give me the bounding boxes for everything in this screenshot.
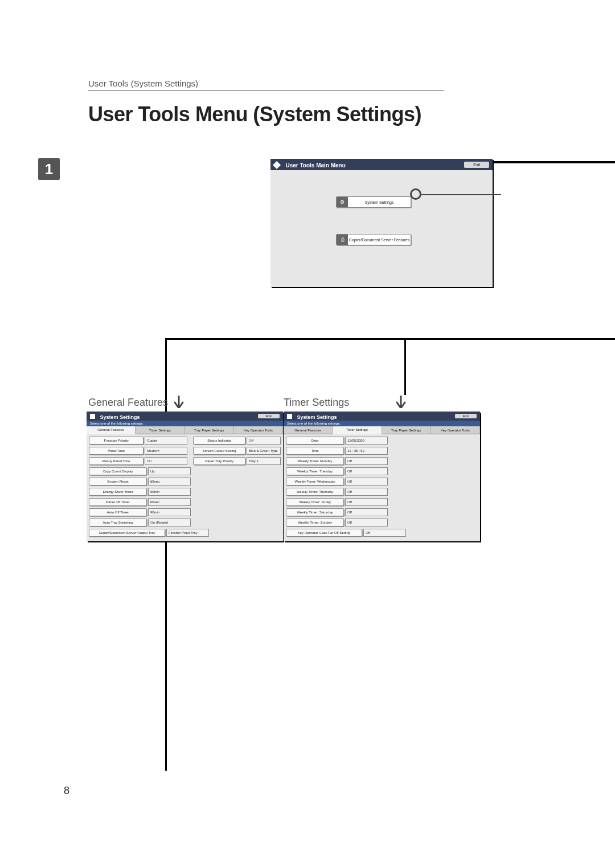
setting-value: 11/05/2000: [345, 437, 388, 445]
setting-button[interactable]: Weekly Timer: Friday: [286, 498, 344, 506]
panel-subtitle: Select one of the following settings.: [87, 421, 283, 426]
setting-value: Up: [148, 467, 191, 475]
copier-doc-button[interactable]: ⎙ Copier/Document Server Features: [336, 234, 411, 245]
setting-value: Copier: [145, 437, 187, 445]
setting-button[interactable]: Panel Off Timer: [89, 498, 147, 506]
setting-button[interactable]: System Reset: [89, 478, 147, 486]
panel-title: System Settings: [297, 414, 337, 420]
copier-icon: ⎙: [337, 235, 348, 245]
setting-value: 90min: [148, 508, 191, 516]
setting-value: Blue & Green Type: [247, 447, 281, 455]
setting-button[interactable]: Status Indicator: [193, 437, 245, 445]
tab-general[interactable]: General Features: [284, 426, 333, 434]
setting-button[interactable]: Copier/Document Server Output Tray: [89, 529, 165, 537]
setting-button[interactable]: Weekly Timer: Monday: [286, 457, 344, 465]
setting-value: Off: [247, 437, 281, 445]
system-settings-button[interactable]: ⚙ System Settings: [336, 196, 411, 208]
main-menu-screenshot: User Tools Main Menu Exit ⚙ System Setti…: [270, 159, 493, 287]
setting-value: 90min: [148, 488, 191, 496]
setting-value: Off: [345, 467, 388, 475]
layout-box: [165, 338, 615, 771]
setting-button[interactable]: Time: [286, 447, 344, 455]
setting-value: Off: [345, 498, 388, 506]
setting-button[interactable]: Auto Tray Switching: [89, 519, 147, 526]
setting-button[interactable]: Date: [286, 437, 344, 445]
panel-icon: [90, 414, 95, 419]
setting-value: 11 : 35 : 52: [345, 447, 388, 455]
timer-settings-label: Timer Settings: [284, 397, 349, 409]
setting-button[interactable]: Weekly Timer: Sunday: [286, 519, 344, 526]
tab-keyop[interactable]: Key Operator Tools: [234, 426, 283, 434]
setting-value: Off: [345, 457, 388, 465]
section-header: User Tools (System Settings): [88, 79, 444, 91]
panel-subtitle: Select one of the following settings.: [284, 421, 480, 426]
tab-keyop[interactable]: Key Operator Tools: [431, 426, 480, 434]
setting-button[interactable]: Paper Tray Priority: [193, 457, 245, 465]
setting-button[interactable]: Screen Colour Setting: [193, 447, 245, 455]
setting-value: Medium: [145, 447, 187, 455]
setting-value: 60sec.: [148, 478, 191, 486]
setting-value: Off: [363, 529, 406, 537]
tabs: General Features Timer Settings Tray Pap…: [87, 426, 283, 434]
arrow-down-icon: [396, 396, 406, 408]
setting-button[interactable]: Weekly Timer: Tuesday: [286, 467, 344, 475]
exit-button[interactable]: Exit: [258, 414, 280, 418]
decorative-bar: [493, 161, 615, 163]
panel-icon: [287, 414, 292, 419]
tab-timer[interactable]: Timer Settings: [136, 426, 184, 434]
tab-tray[interactable]: Tray Paper Settings: [382, 426, 431, 434]
setting-value: On (Rotate): [148, 519, 191, 526]
setting-value: Off: [345, 478, 388, 486]
exit-button[interactable]: Exit: [455, 414, 477, 418]
main-menu-body: ⚙ System Settings ⎙ Copier/Document Serv…: [270, 170, 493, 287]
rows: Function Priority Copier Status Indicato…: [87, 434, 283, 541]
setting-button[interactable]: Copy Count Display: [89, 467, 147, 475]
exit-button[interactable]: Exit: [464, 162, 489, 168]
page-number: 8: [64, 785, 69, 797]
tab-timer[interactable]: Timer Settings: [333, 426, 382, 434]
setting-button[interactable]: Weekly Timer: Saturday: [286, 508, 344, 516]
general-features-label: General Features: [88, 397, 168, 409]
timer-settings-panel: System Settings Exit Select one of the f…: [284, 412, 480, 541]
setting-button[interactable]: Ready Panel Tone: [89, 457, 144, 465]
panel-title: System Settings: [100, 414, 140, 420]
tabs: General Features Timer Settings Tray Pap…: [284, 426, 480, 434]
setting-button[interactable]: Key Operator Code For Off Setting: [286, 529, 362, 537]
setting-button[interactable]: Auto Off Timer: [89, 508, 147, 516]
chapter-tab: 1: [38, 158, 60, 180]
tab-tray[interactable]: Tray Paper Settings: [185, 426, 234, 434]
tab-general[interactable]: General Features: [87, 426, 136, 434]
panel-header: System Settings Exit: [284, 412, 480, 421]
diamond-icon: [273, 161, 281, 169]
panel-header: System Settings Exit: [87, 412, 283, 421]
main-menu-header: User Tools Main Menu Exit: [270, 159, 493, 170]
main-menu-title: User Tools Main Menu: [285, 162, 345, 168]
setting-value: On: [145, 457, 187, 465]
setting-value: 60sec.: [148, 498, 191, 506]
setting-value: Off: [345, 519, 388, 526]
page-title: User Tools Menu (System Settings): [88, 102, 444, 126]
setting-button[interactable]: Panel Tone: [89, 447, 144, 455]
setting-value: Tray 1: [247, 457, 281, 465]
copier-doc-label: Copier/Document Server Features: [348, 238, 411, 242]
layout-vertical-line: [404, 338, 406, 395]
rows: Date 11/05/2000 Time 11 : 35 : 52 Weekly…: [284, 434, 480, 541]
setting-button[interactable]: Weekly Timer: Thursday: [286, 488, 344, 496]
setting-value: Finisher Proof Tray: [166, 529, 209, 537]
setting-value: Off: [345, 488, 388, 496]
arrow-down-icon: [174, 396, 184, 408]
setting-button[interactable]: Function Priority: [89, 437, 144, 445]
setting-value: Off: [345, 508, 388, 516]
setting-button[interactable]: Energy Saver Timer: [89, 488, 147, 496]
setting-button[interactable]: Weekly Timer: Wednesday: [286, 478, 344, 486]
general-features-panel: System Settings Exit Select one of the f…: [87, 412, 283, 541]
system-settings-label: System Settings: [348, 200, 411, 204]
toolbox-icon: ⚙: [337, 197, 348, 207]
